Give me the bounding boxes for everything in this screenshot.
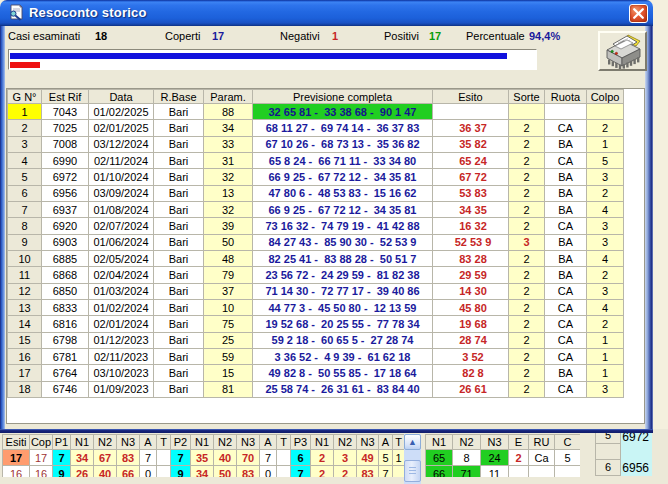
cell-gn[interactable]: 7 [8, 201, 42, 217]
grid-header-4[interactable]: Param. [204, 90, 253, 104]
bl-header-6[interactable]: A [140, 435, 157, 450]
br-cell[interactable]: 65 [426, 450, 453, 466]
cell-previsione[interactable]: 32 65 81 - 33 38 68 - 90 1 47 [253, 104, 433, 120]
br-cell[interactable] [509, 466, 529, 478]
cell-gn[interactable]: 18 [8, 381, 42, 397]
cell-previsione[interactable]: 49 82 8 - 50 55 85 - 17 18 64 [253, 365, 433, 381]
cell-param[interactable]: 39 [204, 218, 253, 234]
cell-est-rif[interactable]: 6850 [42, 283, 89, 299]
cell-sorte[interactable]: 2 [509, 218, 545, 234]
cell-previsione[interactable]: 82 25 41 - 83 88 28 - 50 51 7 [253, 250, 433, 266]
cell-ruota[interactable]: CA [545, 381, 587, 397]
cell-gn[interactable]: 5 [8, 169, 42, 185]
bl-header-4[interactable]: N2 [94, 435, 117, 450]
cell-gn[interactable]: 2 [8, 120, 42, 136]
cell-colpo[interactable]: 4 [587, 250, 624, 266]
cell-gn[interactable]: 9 [8, 234, 42, 250]
cell-data[interactable]: 02/07/2024 [89, 218, 154, 234]
cell-data[interactable]: 01/02/2025 [89, 104, 154, 120]
bl-cell[interactable]: 7 [171, 450, 191, 466]
bl-cell[interactable]: 83 [357, 466, 379, 478]
cell-colpo[interactable] [587, 104, 624, 120]
cell-esito[interactable]: 34 35 [433, 201, 509, 217]
cell-rbase[interactable]: Bari [154, 267, 204, 283]
bl-header-5[interactable]: N3 [117, 435, 140, 450]
cell-sorte[interactable]: 2 [509, 185, 545, 201]
print-button[interactable] [598, 31, 647, 71]
cell-sorte[interactable]: 2 [509, 299, 545, 315]
br-cell[interactable] [555, 466, 581, 478]
cell-esito[interactable]: 52 53 9 [433, 234, 509, 250]
cell-colpo[interactable]: 1 [587, 332, 624, 348]
bl-header-18[interactable]: A [379, 435, 393, 450]
cell-param[interactable]: 32 [204, 169, 253, 185]
cell-est-rif[interactable]: 6972 [42, 169, 89, 185]
bl-header-1[interactable]: Cop [30, 435, 53, 450]
cell-ruota[interactable]: CA [545, 218, 587, 234]
cell-est-rif[interactable]: 6990 [42, 152, 89, 168]
cell-ruota[interactable]: BA [545, 365, 587, 381]
br-cell[interactable] [529, 466, 555, 478]
cell-colpo[interactable]: 3 [587, 381, 624, 397]
bl-header-16[interactable]: N2 [334, 435, 357, 450]
cell-param[interactable]: 13 [204, 185, 253, 201]
bl-cell[interactable] [277, 466, 291, 478]
bl-cell[interactable]: 66 [117, 466, 140, 478]
cell-param[interactable]: 81 [204, 381, 253, 397]
bl-cell[interactable]: 26 [71, 466, 94, 478]
bl-cell[interactable]: 17 [3, 450, 30, 466]
cell-data[interactable]: 01/10/2024 [89, 169, 154, 185]
cell-esito[interactable]: 65 24 [433, 152, 509, 168]
bl-cell[interactable]: 6 [291, 450, 311, 466]
cell-esito[interactable]: 14 30 [433, 283, 509, 299]
bl-cell[interactable] [157, 466, 171, 478]
cell-ruota[interactable]: CA [545, 152, 587, 168]
cell-rbase[interactable]: Bari [154, 332, 204, 348]
cell-gn[interactable]: 8 [8, 218, 42, 234]
cell-previsione[interactable]: 84 27 43 - 85 90 30 - 52 53 9 [253, 234, 433, 250]
bl-cell[interactable]: 17 [30, 450, 53, 466]
cell-ruota[interactable]: CA [545, 348, 587, 364]
cell-gn[interactable]: 13 [8, 299, 42, 315]
cell-est-rif[interactable]: 6764 [42, 365, 89, 381]
br-cell[interactable]: 2 [509, 450, 529, 466]
cell-est-rif[interactable]: 6798 [42, 332, 89, 348]
cell-param[interactable]: 25 [204, 332, 253, 348]
cell-sorte[interactable] [509, 104, 545, 120]
cell-est-rif[interactable]: 7025 [42, 120, 89, 136]
grid-header-8[interactable]: Ruota [545, 90, 587, 104]
cell-rbase[interactable]: Bari [154, 201, 204, 217]
cell-colpo[interactable]: 2 [587, 185, 624, 201]
bl-cell[interactable]: 67 [94, 450, 117, 466]
cell-param[interactable]: 33 [204, 136, 253, 152]
cell-ruota[interactable]: BA [545, 267, 587, 283]
cell-colpo[interactable]: 1 [587, 348, 624, 364]
cell-ruota[interactable]: BA [545, 136, 587, 152]
cell-sorte[interactable]: 2 [509, 136, 545, 152]
br-cell[interactable]: 8 [453, 450, 481, 466]
cell-gn[interactable]: 10 [8, 250, 42, 266]
cell-esito[interactable]: 82 8 [433, 365, 509, 381]
cell-gn[interactable]: 12 [8, 283, 42, 299]
bl-cell[interactable] [277, 450, 291, 466]
br-cell[interactable]: 5 [555, 450, 581, 466]
bl-cell[interactable]: 70 [237, 450, 260, 466]
cell-gn[interactable]: 16 [8, 348, 42, 364]
cell-gn[interactable]: 14 [8, 316, 42, 332]
cell-est-rif[interactable]: 6956 [42, 185, 89, 201]
cell-rbase[interactable]: Bari [154, 316, 204, 332]
bl-header-14[interactable]: P3 [291, 435, 311, 450]
cell-param[interactable]: 88 [204, 104, 253, 120]
grid-header-6[interactable]: Esito [433, 90, 509, 104]
cell-param[interactable]: 79 [204, 267, 253, 283]
cell-esito[interactable]: 19 68 [433, 316, 509, 332]
cell-previsione[interactable]: 66 9 25 - 67 72 12 - 34 35 81 [253, 169, 433, 185]
bottom-scrollbar[interactable]: ▲ [404, 434, 421, 484]
cell-colpo[interactable]: 3 [587, 169, 624, 185]
cell-data[interactable]: 02/11/2024 [89, 152, 154, 168]
bl-header-15[interactable]: N1 [311, 435, 334, 450]
cell-est-rif[interactable]: 6885 [42, 250, 89, 266]
cell-rbase[interactable]: Bari [154, 136, 204, 152]
cell-rbase[interactable]: Bari [154, 104, 204, 120]
bl-cell[interactable] [157, 450, 171, 466]
